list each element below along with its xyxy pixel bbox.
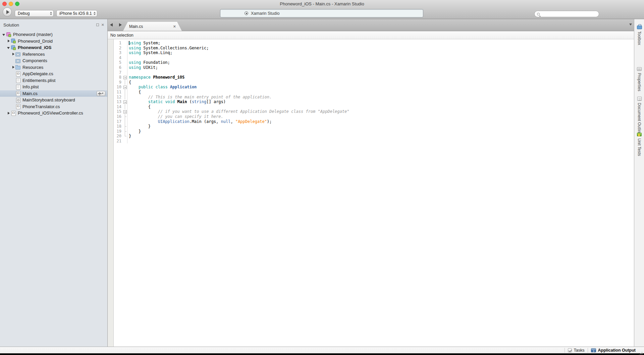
- fold-margin: [123, 139, 127, 144]
- tree-item-label: PhoneTranslator.cs: [22, 104, 60, 109]
- components-icon: [15, 58, 21, 63]
- plist-icon: [15, 78, 21, 83]
- window-header: Phoneword_iOS - Main.cs - Xamarin Studio…: [0, 0, 644, 19]
- device-dropdown[interactable]: iPhone 5s iOS 8.1: [56, 10, 97, 17]
- code-line[interactable]: 12 // This is the main entry point of th…: [114, 95, 634, 100]
- line-number: 18: [114, 124, 123, 129]
- item-options-button[interactable]: [97, 91, 105, 96]
- code-line[interactable]: 13 static void Main (string[] args): [114, 99, 634, 104]
- code-text: using Foundation;: [127, 60, 170, 65]
- close-tab-icon[interactable]: ×: [173, 25, 176, 28]
- code-line[interactable]: 1using System;: [114, 41, 634, 46]
- navigate-back-button[interactable]: [110, 23, 114, 27]
- code-line[interactable]: 6using UIKit;: [114, 65, 634, 70]
- code-line[interactable]: 4: [114, 55, 634, 60]
- expander-spacer: [11, 104, 15, 109]
- line-number: 21: [114, 139, 123, 144]
- expander-closed-icon[interactable]: [7, 110, 11, 116]
- dock-tab-unit-tests[interactable]: Unit Tests: [634, 133, 644, 156]
- application-output-label: Application Output: [598, 348, 636, 353]
- tree-item-resources[interactable]: Resources: [0, 64, 107, 71]
- expander-open-icon[interactable]: [7, 45, 11, 50]
- solution-icon: [6, 32, 11, 37]
- tree-item-label: Components: [22, 58, 47, 63]
- tab-strip: Main.cs ×: [108, 19, 634, 31]
- application-output-button[interactable]: Application Output: [591, 348, 636, 353]
- expander-spacer: [11, 78, 15, 83]
- tree-item-entitlements-plist[interactable]: Entitlements.plist: [0, 77, 107, 84]
- fold-toggle-icon[interactable]: [123, 109, 127, 114]
- search-input[interactable]: [541, 12, 596, 16]
- tab-list-dropdown-icon[interactable]: [629, 24, 632, 26]
- code-line[interactable]: 20}: [114, 134, 634, 139]
- expander-open-icon[interactable]: [2, 32, 6, 37]
- search-box[interactable]: [534, 11, 599, 17]
- code-line[interactable]: 5using Foundation;: [114, 60, 634, 65]
- code-line[interactable]: 17 UIApplication.Main (args, null, "AppD…: [114, 119, 634, 124]
- tasks-button[interactable]: Tasks: [568, 348, 585, 353]
- breadcrumb-text: No selection: [110, 33, 133, 38]
- cs-icon: [15, 104, 21, 109]
- expander-spacer: [11, 71, 15, 77]
- tree-item-appdelegate-cs[interactable]: AppDelegate.cs: [0, 71, 107, 77]
- fold-toggle-icon[interactable]: [123, 99, 127, 104]
- resize-grip[interactable]: [639, 349, 643, 353]
- close-pad-icon[interactable]: ×: [101, 23, 104, 27]
- code-line[interactable]: 15 // if you want to use a different App…: [114, 109, 634, 114]
- tree-item-info-plist[interactable]: Info.plist: [0, 84, 107, 90]
- configuration-dropdown[interactable]: Debug: [15, 10, 54, 17]
- tree-item-label: Phoneword (master): [13, 32, 53, 37]
- code-text: [127, 139, 129, 144]
- line-number: 3: [114, 50, 123, 55]
- tree-item-main-cs[interactable]: Main.cs: [0, 90, 107, 97]
- dock-tab-properties[interactable]: Properties: [634, 67, 644, 91]
- tree-item-phoneword-ios[interactable]: Phoneword_iOS: [0, 44, 107, 51]
- code-line[interactable]: 2using System.Collections.Generic;: [114, 46, 634, 51]
- navigate-forward-button[interactable]: [118, 23, 122, 27]
- tree-item-phoneword-iosviewcontroller-cs[interactable]: Phoneword_iOSViewController.cs: [0, 110, 107, 117]
- tree-item-phoneword-master[interactable]: Phoneword (master): [0, 31, 107, 38]
- fold-margin: [123, 46, 127, 51]
- dock-tab-document-outline[interactable]: Document Outline: [634, 97, 644, 135]
- auto-hide-icon[interactable]: [96, 24, 99, 26]
- tree-item-phonetranslator-cs[interactable]: PhoneTranslator.cs: [0, 103, 107, 110]
- tree-item-components[interactable]: Components: [0, 57, 107, 64]
- fold-margin: [123, 70, 127, 75]
- bottom-strip: [0, 353, 644, 355]
- line-number: 2: [114, 46, 123, 51]
- tree-item-phoneword-droid[interactable]: Phoneword_Droid: [0, 38, 107, 45]
- expander-closed-icon[interactable]: [11, 64, 15, 70]
- run-button[interactable]: [3, 7, 12, 16]
- tree-item-references[interactable]: References: [0, 51, 107, 58]
- fold-margin: [123, 50, 127, 55]
- code-line[interactable]: 11 {: [114, 90, 634, 95]
- code-line[interactable]: 7: [114, 70, 634, 75]
- code-line[interactable]: 8namespace Phoneword_iOS: [114, 75, 634, 80]
- tab-main-cs[interactable]: Main.cs ×: [123, 22, 182, 31]
- expander-closed-icon[interactable]: [11, 51, 15, 57]
- code-line[interactable]: 18 }: [114, 124, 634, 129]
- code-line[interactable]: 19 }: [114, 129, 634, 134]
- code-line[interactable]: 3using System.Linq;: [114, 50, 634, 55]
- solution-pad-title: Solution: [3, 23, 19, 28]
- fold-margin: [123, 134, 127, 139]
- expander-closed-icon[interactable]: [7, 38, 11, 44]
- fold-toggle-icon[interactable]: [123, 85, 127, 90]
- tree-item-mainstoryboard-storyboard[interactable]: MainStoryboard.storyboard: [0, 97, 107, 103]
- code-text: using System;: [127, 41, 160, 46]
- fold-toggle-icon[interactable]: [123, 75, 127, 80]
- code-line[interactable]: 10 public class Application: [114, 85, 634, 90]
- dock-tab-label: Toolbox: [637, 31, 642, 45]
- code-editor[interactable]: 1using System;2using System.Collections.…: [108, 39, 634, 347]
- document-outline-icon: [637, 97, 642, 101]
- code-line[interactable]: 9{: [114, 80, 634, 85]
- code-text: static void Main (string[] args): [127, 99, 226, 104]
- code-line[interactable]: 16 // you can specify it here.: [114, 114, 634, 119]
- code-text: using System.Collections.Generic;: [127, 46, 209, 51]
- dock-tab-toolbox[interactable]: Toolbox: [634, 24, 644, 45]
- titlebar[interactable]: Phoneword_iOS - Main.cs - Xamarin Studio: [0, 0, 644, 7]
- code-line[interactable]: 14 {: [114, 104, 634, 109]
- status-display[interactable]: Xamarin Studio: [220, 9, 423, 17]
- code-line[interactable]: 21: [114, 139, 634, 144]
- stepper-arrows-icon: [94, 12, 96, 15]
